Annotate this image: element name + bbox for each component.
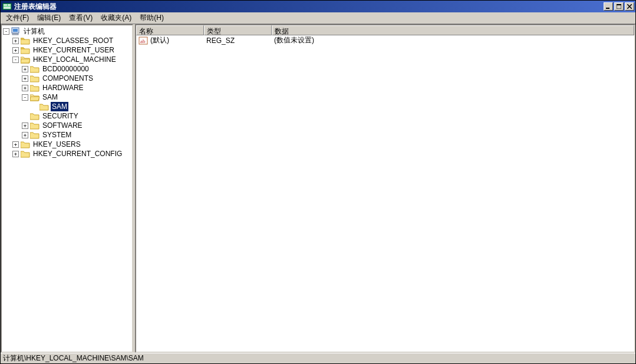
tree-node-software[interactable]: + SOFTWARE xyxy=(2,121,132,130)
menu-view[interactable]: 查看(V) xyxy=(65,12,97,24)
tree-node-components[interactable]: + COMPONENTS xyxy=(2,74,132,83)
client-area: - 计算机 + HKEY_CLASSES_ROOT xyxy=(1,24,635,353)
list-body[interactable]: ab (默认) REG_SZ (数值未设置) xyxy=(136,35,634,352)
titlebar[interactable]: 注册表编辑器 xyxy=(1,1,635,12)
tree-pane[interactable]: - 计算机 + HKEY_CLASSES_ROOT xyxy=(1,24,133,353)
tree-node-hkcr[interactable]: + HKEY_CLASSES_ROOT xyxy=(2,36,132,45)
tree-node-security[interactable]: SECURITY xyxy=(2,111,132,121)
value-data: (数值未设置) xyxy=(272,35,634,45)
expander-icon xyxy=(31,104,38,110)
node-label: BCD00000000 xyxy=(41,64,90,74)
folder-icon xyxy=(30,121,39,130)
app-icon xyxy=(2,2,12,11)
folder-icon xyxy=(21,150,30,158)
expander-icon xyxy=(22,113,28,120)
tree-node-hardware[interactable]: + HARDWARE xyxy=(2,83,132,92)
menu-file[interactable]: 文件(F) xyxy=(2,12,33,24)
close-button[interactable] xyxy=(625,2,634,11)
node-label: HKEY_LOCAL_MACHINE xyxy=(32,55,117,64)
folder-icon xyxy=(39,102,49,111)
expander-icon[interactable]: + xyxy=(22,85,28,91)
node-label: 计算机 xyxy=(22,27,46,36)
node-label: HKEY_USERS xyxy=(32,140,82,149)
list-header: 名称 类型 数据 xyxy=(136,25,634,35)
svg-rect-3 xyxy=(4,6,11,9)
minimize-button[interactable] xyxy=(604,2,613,11)
folder-icon xyxy=(30,112,39,120)
registry-editor-window: 注册表编辑器 文件(F) 编辑(E) 查看(V) 收藏夹(A) 帮助(H) xyxy=(0,0,636,364)
folder-icon xyxy=(30,84,39,92)
node-label: HKEY_CLASSES_ROOT xyxy=(32,36,114,45)
svg-rect-4 xyxy=(606,8,609,9)
node-label: COMPONENTS xyxy=(41,74,94,83)
svg-text:ab: ab xyxy=(140,38,146,44)
menu-favorites[interactable]: 收藏夹(A) xyxy=(97,12,136,24)
registry-tree[interactable]: - 计算机 + HKEY_CLASSES_ROOT xyxy=(2,27,132,158)
maximize-button[interactable] xyxy=(614,2,624,11)
folder-icon xyxy=(21,46,30,54)
tree-node-computer[interactable]: - 计算机 xyxy=(2,27,132,36)
value-name: (默认) xyxy=(150,35,169,45)
column-header-type[interactable]: 类型 xyxy=(204,25,272,35)
window-title: 注册表编辑器 xyxy=(14,2,602,12)
node-label: SECURITY xyxy=(41,111,80,121)
svg-rect-1 xyxy=(4,4,7,6)
string-value-icon: ab xyxy=(139,36,148,45)
folder-icon xyxy=(21,140,30,148)
svg-rect-6 xyxy=(617,4,621,5)
expander-icon[interactable]: + xyxy=(22,123,28,129)
value-type: REG_SZ xyxy=(204,37,272,45)
folder-icon xyxy=(30,131,39,139)
expander-icon[interactable]: + xyxy=(22,75,28,82)
statusbar: 计算机\HKEY_LOCAL_MACHINE\SAM\SAM xyxy=(1,353,635,363)
tree-node-hkcu[interactable]: + HKEY_CURRENT_USER xyxy=(2,45,132,55)
node-label: SAM xyxy=(41,92,59,102)
expander-icon[interactable]: - xyxy=(12,57,19,63)
tree-node-sam[interactable]: - SAM xyxy=(2,92,132,102)
folder-open-icon xyxy=(30,93,39,101)
menu-edit[interactable]: 编辑(E) xyxy=(33,12,65,24)
statusbar-path: 计算机\HKEY_LOCAL_MACHINE\SAM\SAM xyxy=(3,353,144,363)
expander-icon[interactable]: + xyxy=(12,151,19,157)
tree-node-sam-sam[interactable]: SAM xyxy=(2,102,132,111)
folder-icon xyxy=(30,65,39,73)
node-label: HKEY_CURRENT_USER xyxy=(32,45,116,55)
tree-node-system[interactable]: + SYSTEM xyxy=(2,130,132,140)
expander-icon[interactable]: - xyxy=(3,28,9,35)
tree-node-hku[interactable]: + HKEY_USERS xyxy=(2,140,132,149)
tree-node-hkcc[interactable]: + HKEY_CURRENT_CONFIG xyxy=(2,149,132,158)
svg-rect-10 xyxy=(13,29,18,32)
svg-rect-11 xyxy=(12,34,18,35)
tree-node-bcd[interactable]: + BCD00000000 xyxy=(2,64,132,74)
node-label: SOFTWARE xyxy=(41,121,84,130)
folder-icon xyxy=(30,74,39,82)
list-row[interactable]: ab (默认) REG_SZ (数值未设置) xyxy=(136,35,634,45)
node-label: HARDWARE xyxy=(41,83,85,92)
computer-icon xyxy=(11,27,21,35)
folder-open-icon xyxy=(21,55,30,64)
node-label: HKEY_CURRENT_CONFIG xyxy=(32,149,123,158)
tree-node-hklm[interactable]: - HKEY_LOCAL_MACHINE xyxy=(2,55,132,64)
node-label-selected: SAM xyxy=(51,102,68,111)
svg-rect-2 xyxy=(8,4,11,6)
expander-icon[interactable]: + xyxy=(12,38,19,44)
expander-icon[interactable]: + xyxy=(22,132,28,138)
expander-icon[interactable]: - xyxy=(22,94,28,101)
expander-icon[interactable]: + xyxy=(12,141,19,148)
column-header-name[interactable]: 名称 xyxy=(136,25,204,35)
column-header-data[interactable]: 数据 xyxy=(272,25,634,35)
expander-icon[interactable]: + xyxy=(22,66,28,72)
folder-icon xyxy=(21,37,30,45)
menubar: 文件(F) 编辑(E) 查看(V) 收藏夹(A) 帮助(H) xyxy=(1,12,635,24)
list-pane: 名称 类型 数据 ab (默认) REG_SZ xyxy=(135,24,635,353)
menu-help[interactable]: 帮助(H) xyxy=(136,12,168,24)
expander-icon[interactable]: + xyxy=(12,47,19,54)
node-label: SYSTEM xyxy=(41,130,73,140)
